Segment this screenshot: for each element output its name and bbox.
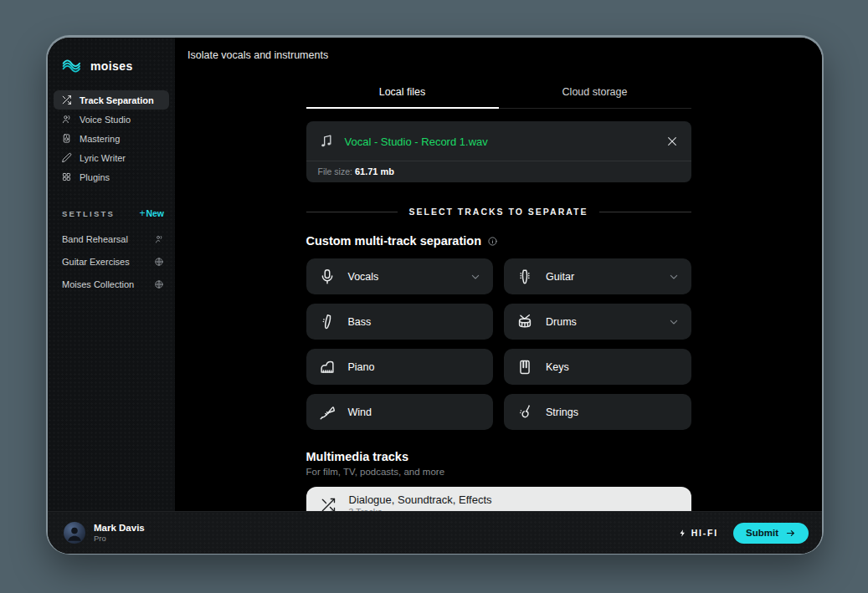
user-profile[interactable]: Mark Davis Pro bbox=[48, 522, 175, 544]
sidebar-item-label: Track Separation bbox=[80, 95, 154, 105]
wind-icon bbox=[318, 403, 336, 422]
setlists-heading: SETLISTS bbox=[62, 209, 115, 218]
new-setlist-button[interactable]: +New bbox=[139, 208, 164, 218]
tab-local-files[interactable]: Local files bbox=[306, 79, 499, 108]
close-icon[interactable] bbox=[664, 133, 681, 150]
sidebar-nav: Track SeparationVoice StudioMasteringLyr… bbox=[48, 90, 175, 187]
tab-cloud-storage[interactable]: Cloud storage bbox=[499, 79, 691, 108]
plus-icon: + bbox=[139, 208, 145, 218]
track-button-wind[interactable]: Wind bbox=[306, 394, 494, 430]
chevron-down-icon bbox=[667, 315, 681, 329]
sidebar-item-label: Lyric Writer bbox=[80, 153, 126, 163]
track-label: Keys bbox=[546, 361, 681, 373]
custom-section-title: Custom multi-track separation bbox=[306, 234, 482, 248]
setlists-header: SETLISTS +New bbox=[48, 208, 175, 218]
track-button-bass[interactable]: Bass bbox=[306, 304, 494, 340]
setlist-item-guitar-exercises[interactable]: Guitar Exercises bbox=[48, 257, 175, 267]
music-note-icon bbox=[318, 133, 335, 150]
sidebar-item-track-separation[interactable]: Track Separation bbox=[54, 90, 169, 110]
track-button-piano[interactable]: Piano bbox=[306, 349, 494, 385]
submit-button[interactable]: Submit bbox=[733, 523, 809, 544]
sidebar-item-lyric-writer[interactable]: Lyric Writer bbox=[54, 148, 169, 167]
setlist-label: Moises Collection bbox=[62, 279, 134, 289]
user-name: Mark Davis bbox=[94, 523, 145, 533]
multimedia-title: Multimedia tracks bbox=[306, 450, 691, 463]
track-button-vocals[interactable]: Vocals bbox=[306, 258, 494, 294]
keys-icon bbox=[516, 358, 534, 376]
custom-section-header: Custom multi-track separation bbox=[306, 234, 691, 248]
section-separator: SELECT TRACKS TO SEPARATE bbox=[306, 207, 691, 217]
lightning-bolt-icon bbox=[678, 529, 687, 538]
track-button-drums[interactable]: Drums bbox=[504, 304, 691, 340]
track-label: Guitar bbox=[546, 271, 667, 283]
page-title: Isolate vocals and instruments bbox=[187, 49, 328, 61]
multimedia-card-title: Dialogue, Soundtrack, Effects bbox=[349, 493, 492, 506]
footer-actions: HI-FI Submit bbox=[175, 523, 822, 544]
setlist-list: Band RehearsalGuitar ExercisesMoises Col… bbox=[48, 218, 175, 289]
track-label: Vocals bbox=[348, 271, 470, 283]
drums-icon bbox=[516, 313, 534, 331]
main-header: Isolate vocals and instruments bbox=[175, 38, 822, 62]
chevron-down-icon bbox=[469, 270, 482, 284]
hifi-toggle[interactable]: HI-FI bbox=[678, 528, 718, 538]
track-label: Drums bbox=[546, 316, 667, 328]
track-button-strings[interactable]: Strings bbox=[504, 394, 691, 430]
main-panel: Isolate vocals and instruments Local fil… bbox=[175, 38, 822, 511]
lyric-writer-icon bbox=[61, 152, 72, 163]
track-label: Strings bbox=[546, 406, 681, 418]
tab-label: Local files bbox=[379, 86, 426, 98]
track-button-guitar[interactable]: Guitar bbox=[504, 258, 691, 294]
tab-label: Cloud storage bbox=[562, 86, 628, 98]
track-grid: VocalsGuitarBassDrumsPianoKeysWindString… bbox=[306, 258, 691, 430]
member-icon bbox=[154, 234, 164, 244]
voice-studio-icon bbox=[61, 114, 72, 125]
track-label: Wind bbox=[348, 406, 483, 418]
content-column: Local filesCloud storage Vocal - Studio … bbox=[306, 79, 691, 523]
setlist-item-moises-collection[interactable]: Moises Collection bbox=[48, 279, 175, 289]
setlist-label: Guitar Exercises bbox=[62, 257, 130, 267]
sidebar-item-voice-studio[interactable]: Voice Studio bbox=[54, 110, 169, 129]
setlist-label: Band Rehearsal bbox=[62, 234, 128, 244]
track-separation-icon bbox=[61, 95, 72, 105]
sidebar-item-label: Plugins bbox=[80, 172, 110, 182]
multimedia-subtitle: For film, TV, podcasts, and more bbox=[306, 467, 691, 477]
user-plan-badge: Pro bbox=[94, 534, 145, 543]
logo-text: moises bbox=[90, 59, 133, 73]
sidebar-item-label: Voice Studio bbox=[80, 115, 131, 125]
sidebar-item-plugins[interactable]: Plugins bbox=[54, 167, 169, 187]
chevron-down-icon bbox=[667, 270, 681, 284]
sidebar: moises Track SeparationVoice StudioMaste… bbox=[48, 38, 175, 511]
file-row: Vocal - Studio - Record 1.wav bbox=[306, 121, 691, 161]
avatar bbox=[64, 522, 85, 544]
globe-icon bbox=[154, 279, 164, 289]
logo: moises bbox=[48, 38, 175, 74]
info-icon[interactable] bbox=[487, 236, 498, 247]
sidebar-item-label: Mastering bbox=[80, 134, 120, 144]
file-name: Vocal - Studio - Record 1.wav bbox=[345, 135, 664, 148]
microphone-icon bbox=[318, 268, 336, 286]
plugins-icon bbox=[61, 171, 72, 182]
sidebar-item-mastering[interactable]: Mastering bbox=[54, 129, 169, 148]
file-size: File size:61.71 mb bbox=[306, 161, 691, 182]
mastering-icon bbox=[61, 133, 72, 144]
track-label: Piano bbox=[348, 361, 483, 373]
moises-logo-icon bbox=[62, 59, 84, 74]
app-window: moises Track SeparationVoice StudioMaste… bbox=[48, 38, 822, 554]
globe-icon bbox=[154, 257, 164, 267]
bass-icon bbox=[318, 313, 336, 331]
track-button-keys[interactable]: Keys bbox=[504, 349, 691, 385]
file-card: Vocal - Studio - Record 1.wav File size:… bbox=[306, 121, 691, 182]
track-label: Bass bbox=[348, 316, 483, 328]
strings-icon bbox=[516, 403, 534, 422]
tab-bar: Local filesCloud storage bbox=[306, 79, 691, 109]
bottom-bar: Mark Davis Pro HI-FI Submit bbox=[48, 511, 822, 554]
setlist-item-band-rehearsal[interactable]: Band Rehearsal bbox=[48, 234, 175, 244]
arrow-right-icon bbox=[785, 528, 796, 539]
guitar-icon bbox=[516, 268, 534, 286]
piano-icon bbox=[318, 358, 336, 376]
